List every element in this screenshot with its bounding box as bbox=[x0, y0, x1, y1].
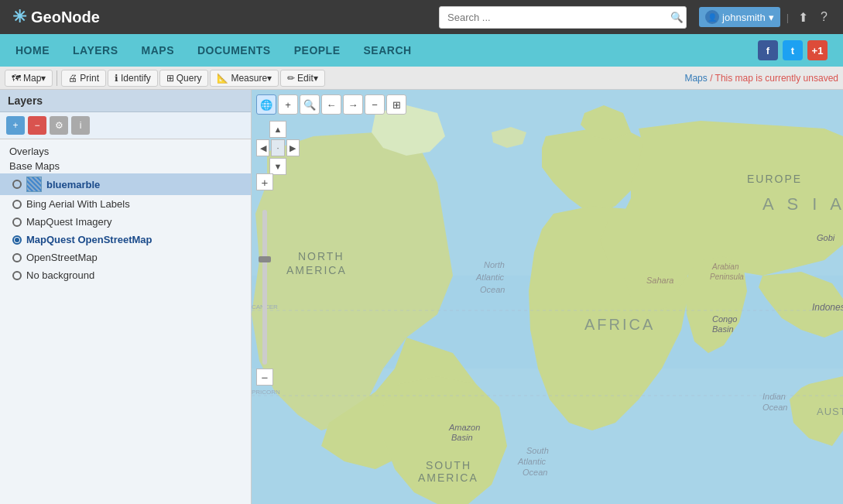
world-map-svg: Siberia A S I A EUROPE Gobi NORTH AMERIC… bbox=[252, 90, 843, 504]
print-icon: 🖨 bbox=[68, 73, 77, 84]
map-toolbar-bar: 🗺 Map▾ 🖨 Print ℹ Identify ⊞ Query 📐 Meas… bbox=[0, 67, 843, 90]
zoom-slider-track bbox=[262, 210, 267, 365]
main-navigation: HOME LAYERS MAPS DOCUMENTS PEOPLE SEARCH… bbox=[0, 34, 843, 67]
svg-text:Indonesia: Indonesia bbox=[812, 302, 843, 313]
search-map-button[interactable]: 🔍 bbox=[300, 94, 320, 115]
overlays-label: Overlays bbox=[0, 144, 251, 159]
nav-layers[interactable]: LAYERS bbox=[73, 41, 118, 60]
map-icon: 🗺 bbox=[12, 73, 21, 84]
layer-item-bing-aerial[interactable]: Bing Aerial With Labels bbox=[0, 195, 251, 213]
logo-text: GeoNode bbox=[31, 9, 100, 26]
googleplus-icon[interactable]: +1 bbox=[807, 40, 828, 60]
measure-icon: 📐 bbox=[217, 73, 228, 84]
topbar: ✳ GeoNode 🔍 👤 johnsmith ▾ | ⬆ ? bbox=[0, 0, 843, 34]
pan-left-button[interactable]: ◀ bbox=[256, 139, 269, 156]
pan-center-button[interactable]: · bbox=[271, 139, 284, 156]
layer-name-mapquest-img: MapQuest Imagery bbox=[26, 216, 112, 228]
svg-text:PRICORN: PRICORN bbox=[252, 389, 280, 396]
basemaps-label: Base Maps bbox=[0, 159, 251, 173]
measure-btn-label: Measure▾ bbox=[231, 73, 272, 84]
search-input[interactable] bbox=[439, 6, 687, 29]
pan-right-button[interactable]: ▶ bbox=[286, 139, 300, 156]
sidebar: Layers + − ⚙ i Overlays Base Maps bluema… bbox=[0, 90, 252, 504]
layers-title: Layers bbox=[8, 94, 43, 107]
logo-star-icon: ✳ bbox=[12, 7, 26, 27]
print-button[interactable]: 🖨 Print bbox=[61, 70, 106, 87]
svg-text:Gobi: Gobi bbox=[817, 233, 835, 242]
zoom-slider-thumb[interactable] bbox=[259, 256, 271, 262]
svg-text:Peninsula: Peninsula bbox=[710, 273, 744, 281]
maps-breadcrumb-link[interactable]: Maps bbox=[684, 73, 707, 84]
svg-text:Atlantic: Atlantic bbox=[517, 457, 547, 466]
nav-home[interactable]: HOME bbox=[15, 41, 50, 60]
svg-text:Arabian: Arabian bbox=[711, 262, 739, 271]
svg-text:Amazon: Amazon bbox=[448, 423, 480, 432]
layers-section: Overlays Base Maps bluemarble Bing Aeria… bbox=[0, 139, 251, 289]
search-button[interactable]: 🔍 bbox=[670, 12, 684, 23]
svg-text:Atlantic: Atlantic bbox=[475, 273, 505, 282]
user-menu[interactable]: 👤 johnsmith ▾ bbox=[699, 7, 780, 27]
help-icon[interactable]: ? bbox=[817, 7, 831, 27]
layer-name-bing: Bing Aerial With Labels bbox=[26, 198, 130, 210]
nav-maps[interactable]: MAPS bbox=[142, 41, 174, 60]
svg-text:AMERICA: AMERICA bbox=[286, 264, 347, 276]
twitter-icon[interactable]: t bbox=[783, 40, 803, 60]
identify-button[interactable]: ℹ Identify bbox=[108, 70, 158, 87]
svg-text:A S I A: A S I A bbox=[762, 194, 843, 214]
zoom-plus-button[interactable]: + bbox=[256, 173, 273, 190]
layer-item-no-background[interactable]: No background bbox=[0, 266, 251, 284]
user-avatar-icon: 👤 bbox=[705, 10, 719, 24]
layer-radio-bluemarble bbox=[12, 180, 22, 189]
zoom-minus-button[interactable]: − bbox=[256, 369, 273, 386]
svg-text:Basin: Basin bbox=[712, 324, 734, 334]
user-dropdown-icon: ▾ bbox=[769, 12, 774, 23]
nav-forward-button[interactable]: → bbox=[343, 94, 363, 115]
nav-people[interactable]: PEOPLE bbox=[294, 41, 341, 60]
layer-radio-mapquest-osm bbox=[12, 235, 22, 245]
svg-text:Congo: Congo bbox=[712, 314, 737, 324]
print-btn-label: Print bbox=[80, 73, 99, 84]
zoom-in-button[interactable]: + bbox=[278, 94, 298, 115]
identify-icon: ℹ bbox=[115, 73, 118, 84]
layer-item-mapquest-imagery[interactable]: MapQuest Imagery bbox=[0, 213, 251, 231]
pan-down-button[interactable]: ▼ bbox=[269, 158, 286, 175]
svg-text:Basin: Basin bbox=[451, 433, 473, 442]
layer-item-bluemarble[interactable]: bluemarble bbox=[0, 173, 251, 195]
layers-header: Layers bbox=[0, 90, 251, 112]
breadcrumb-status: Maps / This map is currently unsaved bbox=[684, 73, 838, 84]
remove-layer-button[interactable]: − bbox=[28, 116, 46, 135]
nav-search[interactable]: SEARCH bbox=[364, 41, 412, 60]
map-btn-label: Map▾ bbox=[23, 73, 46, 84]
map-button[interactable]: 🗺 Map▾ bbox=[5, 70, 53, 87]
svg-text:AMERICA: AMERICA bbox=[418, 471, 478, 484]
globe-button[interactable]: 🌐 bbox=[256, 94, 276, 115]
svg-text:AUST: AUST bbox=[817, 406, 843, 417]
query-button[interactable]: ⊞ Query bbox=[159, 70, 209, 87]
svg-text:North: North bbox=[484, 260, 505, 269]
search-container: 🔍 bbox=[439, 6, 687, 29]
layer-name-bluemarble: bluemarble bbox=[46, 179, 100, 190]
info-layer-button[interactable]: i bbox=[71, 116, 90, 135]
facebook-icon[interactable]: f bbox=[758, 40, 778, 60]
nav-back-button[interactable]: ← bbox=[321, 94, 341, 115]
upload-icon[interactable]: ⬆ bbox=[795, 7, 811, 28]
layer-radio-none bbox=[12, 271, 22, 280]
pan-up-button[interactable]: ▲ bbox=[269, 121, 286, 138]
minus-button[interactable]: − bbox=[365, 94, 385, 115]
nav-documents[interactable]: DOCUMENTS bbox=[197, 41, 271, 60]
layers-toolbar: + − ⚙ i bbox=[0, 112, 251, 139]
pan-controls: ▲ ◀ · ▶ ▼ bbox=[256, 121, 300, 175]
layer-item-osm[interactable]: OpenStreetMap bbox=[0, 249, 251, 266]
edit-button[interactable]: ✏ Edit▾ bbox=[280, 70, 325, 87]
settings-layer-button[interactable]: ⚙ bbox=[50, 116, 68, 135]
identify-btn-label: Identify bbox=[121, 73, 151, 84]
svg-text:Ocean: Ocean bbox=[762, 403, 787, 412]
svg-text:South: South bbox=[526, 446, 549, 455]
measure-button[interactable]: 📐 Measure▾ bbox=[210, 70, 279, 87]
layer-item-mapquest-osm[interactable]: MapQuest OpenStreetMap bbox=[0, 231, 251, 249]
layer-radio-mapquest-img bbox=[12, 218, 22, 227]
grid-button[interactable]: ⊞ bbox=[386, 94, 406, 115]
map-area[interactable]: Siberia A S I A EUROPE Gobi NORTH AMERIC… bbox=[252, 90, 843, 504]
logo[interactable]: ✳ GeoNode bbox=[12, 7, 100, 27]
add-layer-button[interactable]: + bbox=[6, 116, 25, 135]
